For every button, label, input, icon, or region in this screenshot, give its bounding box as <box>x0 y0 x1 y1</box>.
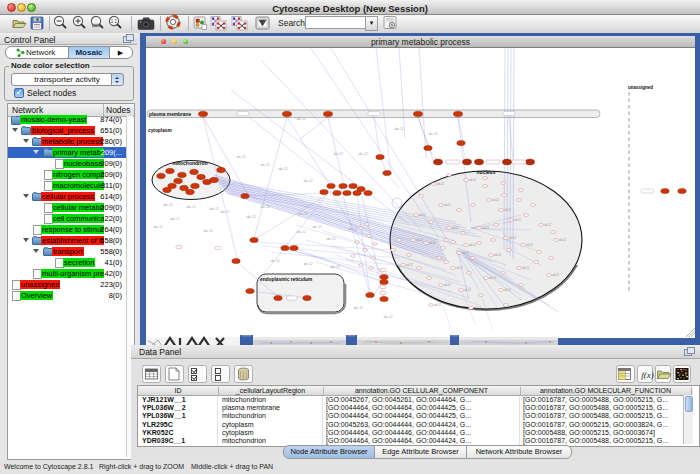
svg-text:ab-12: ab-12 <box>504 208 511 212</box>
svg-text:abc-12: abc-12 <box>270 259 280 263</box>
svg-text:abc-12: abc-12 <box>260 205 270 209</box>
svg-text:abc-12: abc-12 <box>330 265 340 269</box>
svg-text:ab-12: ab-12 <box>464 288 471 292</box>
svg-text:abc-12: abc-12 <box>246 215 256 219</box>
svg-text:ab-12: ab-12 <box>494 253 501 257</box>
svg-text:ab-12: ab-12 <box>504 288 511 292</box>
svg-text:ab-12: ab-12 <box>474 306 481 310</box>
svg-text:abc-12: abc-12 <box>203 229 213 233</box>
svg-text:ab-12: ab-12 <box>444 283 451 287</box>
svg-text:ab-12: ab-12 <box>522 266 529 270</box>
svg-text:abc-12: abc-12 <box>153 225 163 229</box>
svg-text:ab-12: ab-12 <box>419 213 426 217</box>
svg-text:1:1: 1:1 <box>111 19 118 24</box>
svg-text:ab-12: ab-12 <box>526 243 533 247</box>
svg-text:abc-12: abc-12 <box>209 207 219 211</box>
svg-text:abc-12: abc-12 <box>163 203 173 207</box>
svg-text:ab-12: ab-12 <box>559 238 566 242</box>
svg-text:ab-12: ab-12 <box>482 226 489 230</box>
svg-text:abc-12: abc-12 <box>353 306 363 310</box>
svg-text:ab-12: ab-12 <box>469 178 476 182</box>
svg-text:abc-12: abc-12 <box>278 167 288 171</box>
svg-text:ab-12: ab-12 <box>444 203 451 207</box>
svg-text:cytoplasm: cytoplasm <box>148 128 172 133</box>
svg-text:unassigned: unassigned <box>628 85 653 90</box>
svg-text:ab-12: ab-12 <box>429 241 436 245</box>
svg-text:ab-12: ab-12 <box>509 236 516 240</box>
svg-text:ab-12: ab-12 <box>544 223 551 227</box>
svg-text:ab-12: ab-12 <box>489 276 496 280</box>
svg-text:abc-12: abc-12 <box>428 132 438 136</box>
svg-text:ab-12: ab-12 <box>552 273 559 277</box>
svg-text:plasma membrane: plasma membrane <box>149 112 191 117</box>
svg-text:abc-12: abc-12 <box>260 163 270 167</box>
svg-text:ab-12: ab-12 <box>416 238 423 242</box>
svg-text:f(x): f(x) <box>641 370 654 380</box>
svg-text:mitochondrion: mitochondrion <box>173 160 208 166</box>
svg-text:endoplasmic reticulum: endoplasmic reticulum <box>260 277 312 282</box>
svg-text:abc-12: abc-12 <box>298 212 308 216</box>
svg-text:ab-12: ab-12 <box>434 303 441 307</box>
svg-text:abc-12: abc-12 <box>170 217 180 221</box>
svg-text:abc-12: abc-12 <box>303 262 313 266</box>
svg-text:abc-12: abc-12 <box>303 179 313 183</box>
svg-text:abc-12: abc-12 <box>296 117 306 121</box>
svg-text:abc-12: abc-12 <box>220 210 230 214</box>
svg-text:abc-12: abc-12 <box>358 152 368 156</box>
svg-text:abc-12: abc-12 <box>394 127 404 131</box>
svg-text:abc-12: abc-12 <box>333 152 343 156</box>
svg-text:ab-12: ab-12 <box>514 218 521 222</box>
svg-text:abc-12: abc-12 <box>326 237 336 241</box>
svg-text:ab-12: ab-12 <box>452 226 459 230</box>
svg-text:abc-12: abc-12 <box>186 205 196 209</box>
svg-text:ab-12: ab-12 <box>456 266 463 270</box>
svg-text:abc-12: abc-12 <box>236 155 246 159</box>
svg-text:ab-12: ab-12 <box>492 198 499 202</box>
svg-text:ab-12: ab-12 <box>469 243 476 247</box>
svg-text:abc-12: abc-12 <box>383 315 393 319</box>
svg-text:ab-12: ab-12 <box>406 263 413 267</box>
svg-text:abc-12: abc-12 <box>312 225 322 229</box>
svg-text:abc-12: abc-12 <box>296 230 306 234</box>
svg-text:abc-12: abc-12 <box>348 227 358 231</box>
svg-text:ab-12: ab-12 <box>437 182 444 186</box>
svg-text:ab-12: ab-12 <box>462 251 469 255</box>
svg-text:nucleus: nucleus <box>477 169 496 175</box>
